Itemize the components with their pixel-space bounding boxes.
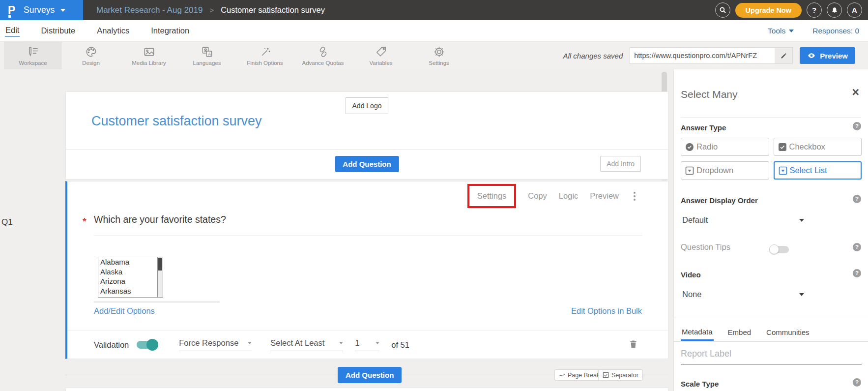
next-card-edge — [65, 388, 668, 391]
answer-type-select-list[interactable]: Select List — [774, 161, 862, 180]
add-edit-options-link[interactable]: Add/Edit Options — [94, 306, 155, 316]
question-card: Settings Copy Logic Preview * Which are … — [65, 181, 668, 359]
question-tips-toggle[interactable] — [770, 244, 790, 254]
question-text[interactable]: Which are your favorite states? — [94, 214, 226, 225]
nav-tab-distribute[interactable]: Distribute — [40, 25, 76, 36]
help-icon: ? — [812, 6, 816, 14]
answer-type-radio[interactable]: Radio — [681, 138, 769, 156]
toolbar-item-variables[interactable]: Variables — [352, 42, 410, 69]
add-intro-button[interactable]: Add Intro — [600, 156, 641, 172]
chevron-down-icon — [248, 342, 252, 344]
search-icon — [719, 6, 727, 14]
answer-type-checkbox[interactable]: Checkbox — [774, 138, 862, 156]
divider — [66, 149, 668, 150]
listbox-scrollbar[interactable] — [157, 257, 163, 297]
top-bar: P Surveys Market Research - Aug 2019 > C… — [0, 0, 868, 20]
scale-type-label: Scale Type — [681, 380, 719, 388]
responses-count[interactable]: Responses: 0 — [812, 27, 859, 35]
settings-icon — [433, 45, 446, 59]
report-label-input[interactable] — [681, 349, 862, 364]
help-button[interactable]: ? — [807, 2, 822, 18]
question-preview-action[interactable]: Preview — [590, 191, 619, 201]
avatar[interactable]: A — [847, 2, 862, 18]
nav-tab-integration[interactable]: Integration — [150, 25, 190, 36]
questionpro-logo-icon: P — [8, 3, 18, 17]
delete-question-icon[interactable] — [628, 338, 638, 350]
divider — [94, 235, 642, 236]
breadcrumb: Market Research - Aug 2019 > Customer sa… — [96, 0, 325, 20]
validation-rule-dropdown[interactable]: Force Response — [179, 338, 252, 351]
required-asterisk: * — [83, 216, 87, 227]
answer-display-order-dropdown[interactable]: Default — [682, 215, 804, 225]
upgrade-now-button[interactable]: Upgrade Now — [735, 3, 802, 18]
chevron-down-icon — [339, 342, 343, 344]
more-options-icon[interactable] — [631, 190, 638, 203]
svg-text:A: A — [208, 52, 211, 57]
notifications-button[interactable] — [827, 2, 842, 18]
validation-toggle[interactable] — [137, 339, 158, 350]
divider — [67, 330, 668, 331]
answer-listbox[interactable]: Alabama Alaska Arizona Arkansas — [98, 257, 163, 298]
separator-checkbox-icon — [603, 372, 609, 378]
tab-embed[interactable]: Embed — [727, 324, 752, 341]
panel-title: Select Many — [681, 89, 738, 100]
toolbar-item-workspace[interactable]: Workspace — [4, 42, 62, 69]
preview-button[interactable]: Preview — [800, 47, 855, 64]
toolbar-item-finish-options[interactable]: Finish Options — [236, 42, 294, 69]
list-option[interactable]: Arizona — [98, 276, 163, 286]
design-icon — [85, 45, 98, 59]
page-break-button[interactable]: Page Break — [554, 369, 604, 381]
edit-url-button[interactable] — [775, 48, 792, 63]
add-logo-button[interactable]: Add Logo — [346, 97, 389, 114]
survey-title[interactable]: Customer satisfaction survey — [91, 114, 262, 129]
toolbar-item-advance-quotas[interactable]: Advance Quotas — [294, 42, 352, 69]
toolbar-item-media-library[interactable]: Media Library — [120, 42, 178, 69]
help-icon[interactable]: ? — [853, 122, 861, 130]
edit-options-in-bulk-link[interactable]: Edit Options in Bulk — [571, 306, 642, 316]
breadcrumb-parent[interactable]: Market Research - Aug 2019 — [96, 5, 203, 15]
toolbar-item-design[interactable]: Design — [62, 42, 120, 69]
add-question-button-top[interactable]: Add Question — [335, 156, 399, 172]
validation-condition-dropdown[interactable]: Select At Least — [270, 338, 343, 351]
dropdown-icon — [685, 166, 694, 175]
tools-dropdown[interactable]: Tools — [768, 27, 794, 35]
help-icon[interactable]: ? — [853, 243, 861, 251]
product-switcher[interactable]: Surveys — [24, 5, 55, 15]
close-icon[interactable]: × — [852, 86, 859, 98]
validation-label: Validation — [94, 340, 129, 350]
survey-url-input[interactable] — [630, 52, 775, 60]
tools-label: Tools — [768, 27, 785, 35]
brand-block[interactable]: P Surveys — [0, 0, 83, 20]
help-icon[interactable]: ? — [853, 195, 861, 203]
question-logic-action[interactable]: Logic — [559, 191, 578, 201]
toolbar-item-settings[interactable]: Settings — [410, 42, 468, 69]
nav-tab-analytics[interactable]: Analytics — [96, 25, 130, 36]
checkbox-icon — [778, 143, 787, 151]
survey-nav: Edit Distribute Analytics Integration To… — [0, 20, 868, 41]
breadcrumb-separator: > — [209, 6, 214, 14]
list-option[interactable]: Arkansas — [98, 286, 163, 296]
add-question-button-bottom[interactable]: Add Question — [338, 367, 402, 383]
divider — [94, 301, 220, 302]
pencil-icon — [780, 52, 787, 60]
validation-count-dropdown[interactable]: 1 — [355, 338, 379, 351]
listbox-scrollbar-thumb[interactable] — [158, 258, 162, 271]
toolbar-item-languages[interactable]: A Languages — [178, 42, 236, 69]
video-dropdown[interactable]: None — [682, 290, 804, 299]
search-button[interactable] — [715, 2, 730, 18]
nav-tab-edit[interactable]: Edit — [5, 25, 20, 37]
answer-type-dropdown[interactable]: Dropdown — [681, 161, 769, 180]
breadcrumb-current: Customer satisfaction survey — [221, 5, 325, 15]
list-option[interactable]: Alabama — [98, 257, 163, 267]
separator-button[interactable]: Separator — [598, 369, 643, 381]
question-settings-action-highlighted[interactable]: Settings — [467, 184, 517, 208]
help-icon[interactable]: ? — [853, 269, 861, 277]
radio-icon — [685, 143, 694, 151]
help-icon[interactable]: ? — [853, 378, 861, 387]
list-option[interactable]: Alaska — [98, 267, 163, 277]
topbar-actions: Upgrade Now ? A — [715, 0, 862, 20]
tab-communities[interactable]: Communities — [765, 324, 810, 341]
question-copy-action[interactable]: Copy — [528, 191, 547, 201]
tab-metadata[interactable]: Metadata — [681, 324, 714, 341]
survey-canvas: Q1 Add Logo Customer satisfaction survey… — [0, 69, 868, 391]
